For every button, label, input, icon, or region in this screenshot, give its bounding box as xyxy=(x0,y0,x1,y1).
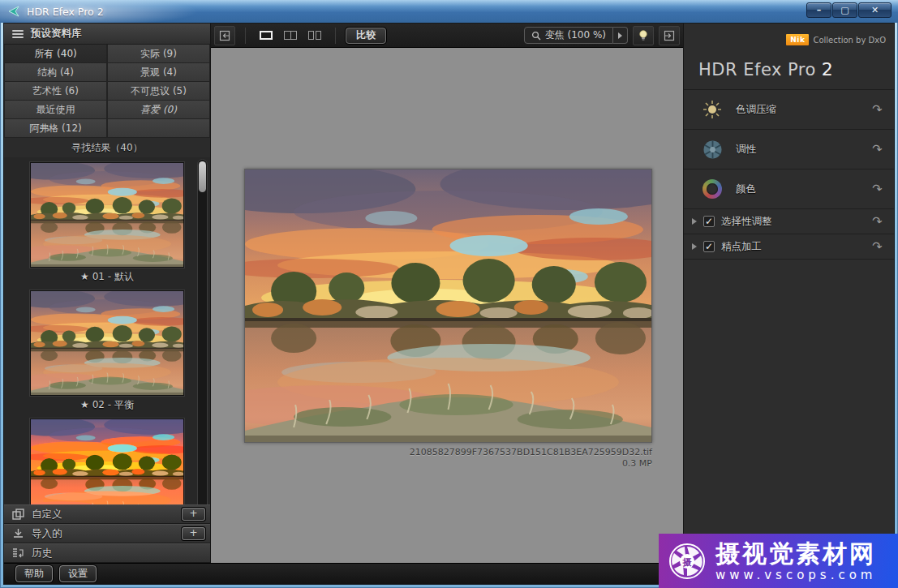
section-label: 选择性调整 xyxy=(721,215,866,229)
category-surreal[interactable]: 不可思议 (5) xyxy=(107,82,210,101)
view-mode-group xyxy=(256,27,325,45)
preset-library-panel: 预设资料库 所有 (40) 实际 (9) 结构 (4) 景观 (4) 艺术性 (… xyxy=(4,24,211,563)
sun-icon xyxy=(702,99,723,120)
section-tonality[interactable]: 调性 ↶ xyxy=(684,130,894,170)
section-label: 颜色 xyxy=(736,182,859,196)
reset-icon[interactable]: ↶ xyxy=(871,181,883,197)
preset-list-scrollbar[interactable] xyxy=(197,159,208,504)
category-empty-cell xyxy=(107,119,210,138)
window-title: HDR Efex Pro 2 xyxy=(27,6,104,18)
maximize-button[interactable]: ▢ xyxy=(832,2,857,18)
chevron-right-icon xyxy=(618,32,622,39)
watermark-logo-icon: 摄 xyxy=(668,543,706,580)
group-imported[interactable]: 导入的 + xyxy=(4,524,210,543)
scrollbar-thumb[interactable] xyxy=(199,161,206,192)
preset-item-01[interactable]: ★ 01 - 默认 xyxy=(30,162,184,285)
collapse-right-icon xyxy=(663,29,676,42)
section-finishing[interactable]: ✓ 精点加工 ↶ xyxy=(684,234,894,260)
category-custom-set[interactable]: 阿弗格 (12) xyxy=(4,119,107,138)
side-by-side-icon xyxy=(308,31,321,40)
add-imported-preset-button[interactable]: + xyxy=(182,527,205,540)
image-canvas[interactable]: 21085827899F7367537BD151C81B3EA725959D32… xyxy=(211,48,683,563)
preview-image[interactable] xyxy=(244,169,652,443)
minimize-button[interactable]: – xyxy=(806,2,831,18)
group-custom[interactable]: 自定义 + xyxy=(4,504,210,524)
expand-triangle-icon[interactable] xyxy=(692,218,697,225)
section-label: 色调压缩 xyxy=(736,103,859,117)
settings-button[interactable]: 设置 xyxy=(59,565,97,582)
preset-list: ★ 01 - 默认 ★ 02 - 平衡 xyxy=(4,157,210,504)
side-by-side-view-button[interactable] xyxy=(304,27,325,45)
zoom-level-label: 变焦 (100 %) xyxy=(545,28,606,42)
category-all[interactable]: 所有 (40) xyxy=(4,45,107,63)
group-imported-label: 导入的 xyxy=(32,527,174,541)
preset-thumbnail-01[interactable] xyxy=(30,162,184,268)
magnifier-icon xyxy=(531,31,541,41)
app-window: HDR Efex Pro 2 – ▢ ✕ 预设资料库 所有 (40) 实际 (9… xyxy=(0,0,898,588)
close-button[interactable]: ✕ xyxy=(858,2,892,18)
category-favorites[interactable]: 喜爱 (0) xyxy=(107,101,210,119)
lightbulb-icon xyxy=(638,29,649,42)
section-label: 调性 xyxy=(736,143,859,157)
toolbar-separator xyxy=(335,28,336,44)
app-logo-icon xyxy=(6,5,20,18)
panel-title-version: 2 xyxy=(822,59,833,79)
zoom-control[interactable]: 变焦 (100 %) xyxy=(524,27,613,44)
preset-item-03[interactable] xyxy=(30,418,184,504)
category-recent[interactable]: 最近使用 xyxy=(4,101,107,119)
finishing-checkbox[interactable]: ✓ xyxy=(703,241,715,252)
reset-icon[interactable]: ↶ xyxy=(871,238,883,255)
nik-logo-badge: Nik xyxy=(786,34,809,45)
title-bar[interactable]: HDR Efex Pro 2 – ▢ ✕ xyxy=(0,0,898,23)
collapse-left-panel-button[interactable] xyxy=(214,26,235,45)
section-selective-adjustments[interactable]: ✓ 选择性调整 ↶ xyxy=(684,209,894,234)
category-realistic[interactable]: 实际 (9) xyxy=(107,45,210,63)
image-filename: 21085827899F7367537BD151C81B3EA725959D32… xyxy=(244,447,652,458)
section-tone-compression[interactable]: 色调压缩 ↶ xyxy=(684,90,894,130)
center-area: 比较 变焦 (100 %) xyxy=(211,24,683,563)
category-artistic[interactable]: 艺术性 (6) xyxy=(4,82,107,101)
adjustments-panel: Nik Collection by DxO HDR Efex Pro 2 xyxy=(683,24,894,563)
group-history-label: 历史 xyxy=(32,547,205,560)
preset-caption-02: ★ 02 - 平衡 xyxy=(30,396,184,414)
category-structure[interactable]: 结构 (4) xyxy=(4,63,107,82)
add-custom-preset-button[interactable]: + xyxy=(182,508,205,521)
reset-icon[interactable]: ↶ xyxy=(871,141,883,157)
toolbar-separator xyxy=(245,28,246,44)
watermark-url: www.vscops.com xyxy=(715,568,876,582)
preset-library-header[interactable]: 预设资料库 xyxy=(4,24,210,45)
collapse-right-panel-button[interactable] xyxy=(659,26,680,45)
split-view-button[interactable] xyxy=(280,27,301,45)
selective-adjustments-checkbox[interactable]: ✓ xyxy=(703,216,715,227)
reset-icon[interactable]: ↶ xyxy=(871,101,883,118)
expand-triangle-icon[interactable] xyxy=(692,243,697,250)
imported-presets-icon xyxy=(12,528,24,539)
history-icon xyxy=(12,547,24,559)
reset-icon[interactable]: ↶ xyxy=(871,213,883,230)
aperture-icon xyxy=(702,139,723,160)
compare-button[interactable]: 比较 xyxy=(346,28,386,44)
zoom-menu-button[interactable] xyxy=(613,27,628,44)
single-view-button[interactable] xyxy=(256,27,277,45)
nik-collection-label: Collection by DxO xyxy=(813,36,886,45)
color-wheel-icon xyxy=(702,178,723,200)
preset-thumbnail-02[interactable] xyxy=(30,290,184,396)
lightbulb-button[interactable] xyxy=(633,26,654,45)
help-button[interactable]: 帮助 xyxy=(15,565,53,582)
section-label: 精点加工 xyxy=(721,240,866,254)
preset-item-02[interactable]: ★ 02 - 平衡 xyxy=(30,290,184,414)
panel-title: HDR Efex Pro xyxy=(698,60,816,79)
preset-caption-01: ★ 01 - 默认 xyxy=(30,268,184,285)
search-results-header: 寻找结果（40） xyxy=(4,138,210,157)
group-custom-label: 自定义 xyxy=(32,508,174,521)
category-landscape[interactable]: 景观 (4) xyxy=(107,63,210,82)
group-history[interactable]: 历史 xyxy=(4,543,210,563)
section-color[interactable]: 颜色 ↶ xyxy=(684,170,894,209)
single-view-icon xyxy=(260,31,273,40)
svg-text:摄: 摄 xyxy=(682,556,693,567)
image-size: 0.3 MP xyxy=(244,458,652,470)
split-view-icon xyxy=(284,31,297,40)
category-grid: 所有 (40) 实际 (9) 结构 (4) 景观 (4) 艺术性 (6) 不可思… xyxy=(4,45,210,138)
preset-library-title: 预设资料库 xyxy=(31,27,82,41)
preset-thumbnail-03[interactable] xyxy=(30,418,184,504)
